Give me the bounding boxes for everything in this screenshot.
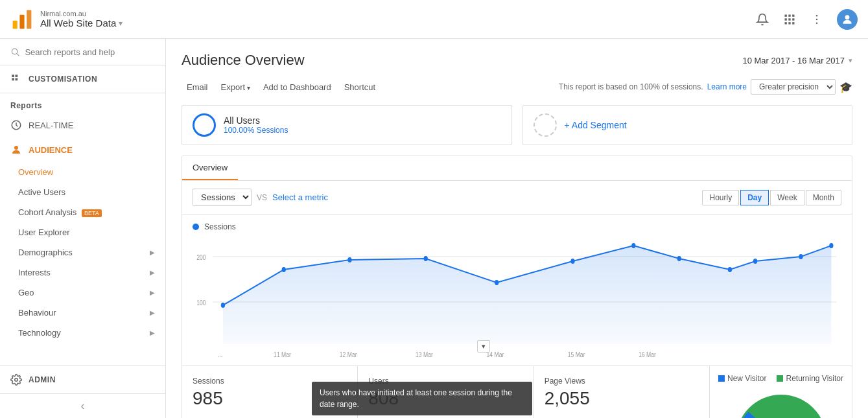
chevron-down-icon: ▾ <box>849 56 852 65</box>
sidebar-item-demographics[interactable]: Demographics ▶ <box>0 242 165 262</box>
legend-returning-visitor: Returning Visitor <box>777 374 843 383</box>
add-to-dashboard-button[interactable]: Add to Dashboard <box>258 80 336 95</box>
sidebar-item-realtime-label: REAL-TIME <box>29 121 73 130</box>
sidebar-collapse-button[interactable]: ‹ <box>0 393 165 418</box>
tooltip-users: Users who have initiated at least one se… <box>312 382 532 415</box>
svg-text:100: 100 <box>196 299 206 307</box>
top-nav: Nirmal.com.au All Web Site Data ▾ <box>0 0 868 39</box>
chart-controls-left: Sessions VS Select a metric <box>193 189 328 206</box>
grid-icon[interactable] <box>782 12 797 27</box>
page-title: Audience Overview <box>182 52 305 69</box>
more-icon[interactable] <box>810 12 824 27</box>
sidebar-item-audience-label: AUDIENCE <box>29 145 73 155</box>
stat-pageviews-value: 2,055 <box>545 388 699 409</box>
sidebar-item-geo[interactable]: Geo ▶ <box>0 283 165 303</box>
metric-select[interactable]: Sessions <box>193 189 252 206</box>
top-nav-left: Nirmal.com.au All Web Site Data ▾ <box>10 8 123 31</box>
overview-tab: Overview Sessions VS Select a metric Hou… <box>182 156 852 418</box>
time-btn-hourly[interactable]: Hourly <box>702 190 739 205</box>
svg-point-23 <box>14 146 18 150</box>
svg-text:15 Mar: 15 Mar <box>568 351 585 358</box>
svg-rect-8 <box>792 18 794 20</box>
chart-controls: Sessions VS Select a metric Hourly Day W… <box>182 181 852 215</box>
svg-point-39 <box>799 254 803 259</box>
time-buttons: Hourly Day Week Month <box>702 190 841 205</box>
select-metric-link[interactable]: Select a metric <box>272 192 328 202</box>
segment-circle-all-users <box>193 113 216 137</box>
legend-dot <box>193 224 199 230</box>
stats-section: Sessions 985 Users 808 <box>182 366 709 418</box>
chevron-right-icon: ▶ <box>150 329 155 336</box>
sidebar-item-technology[interactable]: Technology ▶ <box>0 323 165 343</box>
svg-rect-1 <box>19 14 24 29</box>
reports-section-label: Reports <box>0 93 165 113</box>
sidebar-item-realtime[interactable]: REAL-TIME <box>0 113 165 137</box>
svg-rect-21 <box>16 78 18 81</box>
pie-chart: 25.2% <box>729 388 833 418</box>
clock-icon <box>10 119 22 131</box>
legend-new-visitor: New Visitor <box>718 374 766 383</box>
date-range-picker[interactable]: 10 Mar 2017 - 16 Mar 2017 ▾ <box>742 56 852 65</box>
all-users-segment[interactable]: All Users 100.00% Sessions <box>182 105 512 145</box>
sidebar-item-interests[interactable]: Interests ▶ <box>0 262 165 283</box>
svg-text:11 Mar: 11 Mar <box>274 351 291 358</box>
search-input[interactable] <box>25 47 155 57</box>
shortcut-button[interactable]: Shortcut <box>339 80 381 95</box>
svg-rect-2 <box>27 10 31 29</box>
sidebar-item-behaviour[interactable]: Behaviour ▶ <box>0 303 165 323</box>
customisation-row[interactable]: CUSTOMISATION <box>0 65 165 93</box>
svg-rect-6 <box>785 18 787 20</box>
stats-pie-row: Sessions 985 Users 808 <box>182 366 852 418</box>
body-layout: CUSTOMISATION Reports REAL-TIME AUDIENCE… <box>0 39 868 418</box>
add-segment-card[interactable]: + Add Segment <box>522 105 853 145</box>
top-nav-right <box>755 9 858 30</box>
export-button[interactable]: Export <box>216 80 255 95</box>
tab-overview[interactable]: Overview <box>182 156 238 180</box>
time-btn-month[interactable]: Month <box>806 190 841 205</box>
chevron-right-icon: ▶ <box>150 309 155 316</box>
svg-rect-5 <box>792 14 794 16</box>
grid-small-icon <box>10 73 22 85</box>
svg-point-35 <box>631 243 635 248</box>
add-segment-circle <box>534 113 557 137</box>
sidebar-item-user-explorer[interactable]: User Explorer <box>0 222 165 242</box>
svg-rect-18 <box>12 75 14 77</box>
toolbar: Email Export Add to Dashboard Shortcut T… <box>182 79 852 95</box>
svg-point-33 <box>495 280 499 285</box>
main-content: Audience Overview 10 Mar 2017 - 16 Mar 2… <box>166 39 868 418</box>
svg-point-30 <box>282 267 286 272</box>
svg-rect-7 <box>788 18 790 20</box>
learn-more-link[interactable]: Learn more <box>707 82 747 91</box>
sidebar-item-audience[interactable]: AUDIENCE <box>0 137 165 162</box>
svg-rect-19 <box>16 75 18 77</box>
sidebar-item-active-users[interactable]: Active Users <box>0 182 165 202</box>
admin-row[interactable]: ADMIN <box>0 366 165 393</box>
notification-icon[interactable] <box>755 12 769 27</box>
chart-container: 200 100 <box>182 234 852 366</box>
stat-pageviews: Page Views 2,055 <box>534 366 709 418</box>
site-url: Nirmal.com.au <box>40 10 123 17</box>
svg-point-13 <box>816 18 818 20</box>
avatar[interactable] <box>837 9 858 30</box>
search-bar[interactable] <box>0 39 165 65</box>
precision-select[interactable]: Greater precision <box>751 79 836 95</box>
svg-rect-10 <box>788 22 790 24</box>
tab-header: Overview <box>182 156 852 181</box>
time-btn-week[interactable]: Week <box>770 190 804 205</box>
svg-text:16 Mar: 16 Mar <box>639 351 656 358</box>
pie-legend: New Visitor Returning Visitor <box>718 374 843 383</box>
sidebar-item-overview[interactable]: Overview <box>0 162 165 182</box>
add-segment-label[interactable]: + Add Segment <box>565 120 627 130</box>
toolbar-left: Email Export Add to Dashboard Shortcut <box>182 80 381 95</box>
page-header: Audience Overview 10 Mar 2017 - 16 Mar 2… <box>182 52 852 69</box>
site-name[interactable]: All Web Site Data ▾ <box>40 17 123 29</box>
svg-point-12 <box>816 14 818 16</box>
legend-label: Sessions <box>204 222 236 231</box>
new-visitor-sq <box>718 375 725 382</box>
email-button[interactable]: Email <box>182 80 213 95</box>
search-icon <box>10 47 19 57</box>
svg-text:12 Mar: 12 Mar <box>340 351 357 358</box>
admin-label: ADMIN <box>29 375 56 384</box>
time-btn-day[interactable]: Day <box>740 190 769 205</box>
sidebar-item-cohort[interactable]: Cohort Analysis BETA <box>0 202 165 222</box>
